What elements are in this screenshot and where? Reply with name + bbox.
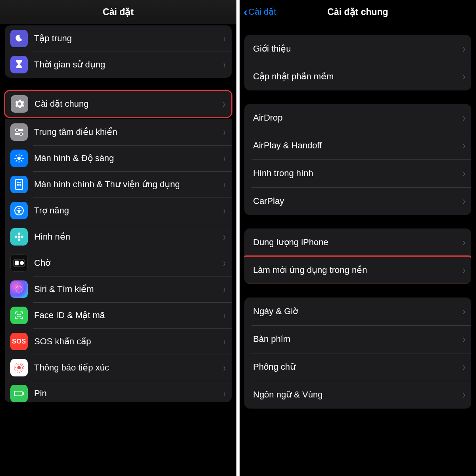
- settings-list: Tập trung › Thời gian sử dụng › Cài đặt …: [0, 24, 236, 476]
- sun-icon: [10, 150, 28, 167]
- nav-bar: ‹ Cài đặt Cài đặt chung: [240, 0, 476, 24]
- row-storage[interactable]: Dung lượng iPhone ›: [244, 228, 471, 256]
- row-pip[interactable]: Hình trong hình ›: [244, 159, 471, 187]
- row-label: Phông chữ: [253, 361, 459, 372]
- row-wallpaper[interactable]: Hình nền ›: [5, 224, 232, 250]
- row-screentime[interactable]: Thời gian sử dụng ›: [5, 52, 232, 78]
- row-homescreen[interactable]: Màn hình chính & Thư viện ứng dụng ›: [5, 171, 232, 198]
- settings-group: Tập trung › Thời gian sử dụng ›: [5, 25, 232, 78]
- apps-grid-icon: [10, 176, 28, 193]
- row-siri[interactable]: Siri & Tìm kiếm ›: [5, 276, 232, 302]
- svg-line-10: [21, 160, 22, 161]
- row-label: Ngôn ngữ & Vùng: [253, 389, 459, 400]
- svg-point-24: [21, 236, 23, 238]
- row-label: Hình nền: [34, 231, 219, 242]
- svg-point-16: [17, 184, 18, 185]
- chevron-right-icon: ›: [223, 98, 225, 110]
- gear-icon: [11, 95, 28, 113]
- chevron-right-icon: ›: [463, 305, 465, 318]
- chevron-right-icon: ›: [223, 178, 226, 191]
- row-fonts[interactable]: Phông chữ ›: [244, 353, 471, 381]
- sliders-icon: [10, 123, 28, 141]
- svg-point-21: [18, 232, 21, 235]
- svg-point-14: [17, 182, 18, 183]
- svg-point-4: [17, 157, 21, 160]
- row-label: AirDrop: [253, 112, 459, 123]
- nav-bar: Cài đặt: [0, 0, 236, 24]
- settings-group: Ngày & Giờ › Bàn phím › Phông chữ › Ngôn…: [244, 298, 471, 409]
- sos-icon: SOS: [10, 333, 28, 350]
- chevron-right-icon: ›: [223, 335, 226, 348]
- chevron-right-icon: ›: [463, 195, 465, 207]
- row-software-update[interactable]: Cập nhật phần mềm ›: [244, 63, 471, 90]
- row-background-refresh[interactable]: Làm mới ứng dụng trong nền ›: [244, 256, 471, 284]
- svg-point-19: [18, 208, 20, 209]
- chevron-right-icon: ›: [463, 42, 465, 55]
- row-language-region[interactable]: Ngôn ngữ & Vùng ›: [244, 381, 471, 409]
- chevron-right-icon: ›: [463, 236, 465, 249]
- row-standby[interactable]: Chờ ›: [5, 250, 232, 276]
- svg-point-22: [18, 238, 21, 241]
- svg-point-30: [20, 314, 21, 315]
- flower-icon: [10, 228, 28, 246]
- row-label: Bàn phím: [253, 334, 459, 345]
- row-label: Màn hình chính & Thư viện ứng dụng: [34, 179, 219, 190]
- row-label: SOS khẩn cấp: [34, 336, 219, 347]
- chevron-right-icon: ›: [223, 309, 226, 322]
- highlight-general: Cài đặt chung ›: [4, 90, 232, 118]
- row-focus[interactable]: Tập trung ›: [5, 25, 232, 52]
- row-label: Siri & Tìm kiếm: [34, 284, 219, 295]
- svg-line-12: [21, 155, 22, 156]
- row-label: Pin: [34, 388, 219, 399]
- svg-rect-35: [23, 392, 24, 395]
- row-control-center[interactable]: Trung tâm điều khiển ›: [5, 119, 232, 145]
- row-label: Làm mới ứng dụng trong nền: [253, 265, 459, 276]
- svg-point-31: [17, 366, 21, 370]
- battery-icon: [10, 385, 28, 402]
- chevron-right-icon: ›: [463, 111, 465, 124]
- row-about[interactable]: Giới thiệu ›: [244, 35, 471, 63]
- row-keyboard[interactable]: Bàn phím ›: [244, 325, 471, 353]
- chevron-right-icon: ›: [223, 283, 226, 296]
- settings-group: AirDrop › AirPlay & Handoff › Hình trong…: [244, 104, 471, 215]
- svg-point-3: [20, 133, 22, 135]
- chevron-right-icon: ›: [223, 230, 226, 243]
- chevron-right-icon: ›: [223, 204, 226, 217]
- chevron-right-icon: ›: [463, 167, 465, 180]
- row-label: Thời gian sử dụng: [34, 59, 219, 70]
- chevron-right-icon: ›: [463, 361, 465, 373]
- svg-rect-34: [14, 391, 22, 396]
- row-exposure[interactable]: Thông báo tiếp xúc ›: [5, 355, 232, 381]
- svg-point-23: [15, 236, 17, 238]
- row-datetime[interactable]: Ngày & Giờ ›: [244, 298, 471, 325]
- row-label: Cập nhật phần mềm: [253, 71, 459, 82]
- row-label: Trung tâm điều khiển: [34, 127, 219, 138]
- exposure-icon: [10, 359, 28, 376]
- hourglass-icon: [10, 56, 28, 73]
- nav-title: Cài đặt chung: [327, 7, 388, 17]
- row-airdrop[interactable]: AirDrop ›: [244, 104, 471, 132]
- row-accessibility[interactable]: Trợ năng ›: [5, 198, 232, 224]
- settings-group: Dung lượng iPhone › Làm mới ứng dụng tro…: [244, 228, 471, 284]
- svg-line-9: [16, 155, 17, 156]
- row-faceid[interactable]: Face ID & Mật mã ›: [5, 302, 232, 328]
- row-label: Cài đặt chung: [35, 98, 219, 109]
- row-carplay[interactable]: CarPlay ›: [244, 187, 471, 215]
- general-screen: ‹ Cài đặt Cài đặt chung Giới thiệu › Cập…: [238, 0, 476, 476]
- row-battery[interactable]: Pin ›: [5, 381, 232, 402]
- row-airplay[interactable]: AirPlay & Handoff ›: [244, 132, 471, 159]
- row-label: Thông báo tiếp xúc: [34, 362, 219, 373]
- moon-icon: [10, 30, 28, 47]
- standby-icon: [10, 254, 28, 272]
- chevron-right-icon: ›: [223, 257, 226, 269]
- svg-point-29: [17, 314, 18, 315]
- svg-line-11: [16, 160, 17, 161]
- row-general[interactable]: Cài đặt chung ›: [5, 91, 231, 117]
- row-sos[interactable]: SOS SOS khẩn cấp ›: [5, 328, 232, 355]
- back-button[interactable]: ‹ Cài đặt: [244, 0, 276, 24]
- row-display[interactable]: Màn hình & Độ sáng ›: [5, 145, 232, 171]
- row-label: CarPlay: [253, 196, 459, 207]
- back-label: Cài đặt: [248, 7, 276, 17]
- row-label: Hình trong hình: [253, 168, 459, 179]
- chevron-right-icon: ›: [223, 58, 226, 71]
